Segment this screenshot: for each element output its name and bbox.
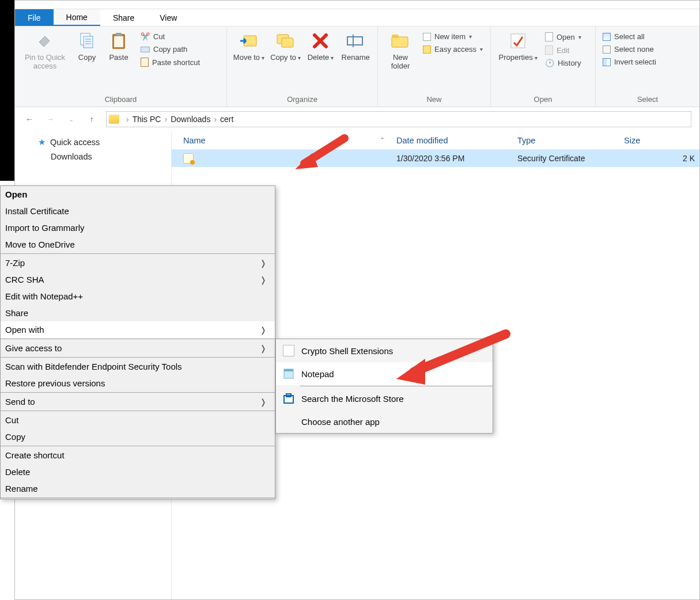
notepad-icon (283, 368, 294, 379)
copy-button[interactable]: Copy (73, 30, 101, 62)
select-all-button[interactable]: Select all (600, 32, 659, 41)
edit-icon (545, 45, 553, 55)
history-icon: 🕑 (545, 59, 554, 67)
ctx-send-to[interactable]: Send to❭ (1, 393, 275, 410)
tab-file[interactable]: File (15, 9, 54, 26)
new-folder-button[interactable]: New folder (383, 30, 418, 70)
chevron-right-icon: ❭ (260, 325, 270, 335)
new-item-icon (423, 33, 431, 41)
copy-icon (77, 31, 97, 51)
chevron-right-icon: ❭ (260, 259, 270, 268)
ctx-give-access[interactable]: Give access to❭ (1, 340, 275, 356)
svg-rect-17 (284, 369, 293, 371)
group-select-label: Select (600, 95, 695, 105)
col-name-header[interactable]: Name ⌃ (172, 136, 396, 145)
paste-button[interactable]: Paste (104, 30, 134, 62)
ribbon: Pin to Quick access Copy Paste ✂️ (15, 26, 699, 107)
col-date-header[interactable]: Date modified (396, 136, 517, 145)
cut-button[interactable]: ✂️ Cut (138, 32, 202, 41)
rename-button[interactable]: Rename (338, 30, 373, 62)
crumb-this-pc[interactable]: This PC (133, 115, 161, 124)
svg-rect-6 (114, 36, 123, 47)
history-button[interactable]: 🕑 History (543, 58, 584, 68)
col-type-header[interactable]: Type (517, 136, 624, 145)
address-bar[interactable]: › This PC › Downloads › cert (106, 111, 691, 127)
tab-share[interactable]: Share (100, 9, 147, 26)
invert-selection-icon (603, 58, 611, 66)
ctx-create-shortcut[interactable]: Create shortcut (1, 447, 275, 464)
ctx-open[interactable]: Open (1, 186, 275, 203)
sub-search-store[interactable]: Search the Microsoft Store (276, 387, 493, 410)
navbar: ← → ⌄ ↑ › This PC › Downloads › cert (15, 107, 699, 131)
ctx-bitdefender-scan[interactable]: Scan with Bitdefender Endpoint Security … (1, 358, 275, 375)
ctx-cut[interactable]: Cut (1, 412, 275, 428)
ctx-restore-versions[interactable]: Restore previous versions (1, 375, 275, 392)
folder-icon (109, 115, 119, 124)
left-black-bar (0, 0, 14, 181)
ctx-move-onedrive[interactable]: Move to OneDrive (1, 236, 275, 253)
group-clipboard: Pin to Quick access Copy Paste ✂️ (15, 26, 227, 107)
copy-path-button[interactable]: Copy path (138, 44, 202, 54)
copy-to-button[interactable]: Copy to (268, 30, 303, 62)
invert-selection-button[interactable]: Invert selecti (600, 57, 659, 67)
chevron-right-icon: ❭ (260, 344, 270, 353)
ctx-install-certificate[interactable]: Install Certificate (1, 203, 275, 219)
paste-icon (109, 31, 128, 51)
context-menu: Open Install Certificate Import to Gramm… (0, 185, 275, 499)
downloads-label: Downloads (51, 152, 92, 161)
paste-shortcut-label: Paste shortcut (152, 58, 200, 67)
forward-button[interactable]: → (44, 113, 56, 126)
recent-dropdown[interactable]: ⌄ (65, 113, 77, 126)
copy-to-icon (276, 31, 296, 51)
ctx-edit-npp[interactable]: Edit with Notepad++ (1, 288, 275, 305)
crumb-cert[interactable]: cert (220, 115, 233, 124)
new-item-label: New item (434, 32, 466, 41)
new-folder-icon (391, 31, 410, 51)
tab-view[interactable]: View (147, 9, 190, 26)
tab-home[interactable]: Home (54, 9, 100, 26)
chevron-right-icon: ❭ (260, 275, 270, 284)
pin-to-quick-access-button[interactable]: Pin to Quick access (20, 30, 70, 70)
ctx-copy[interactable]: Copy (1, 428, 275, 445)
open-button[interactable]: Open (543, 32, 584, 42)
col-size-header[interactable]: Size (624, 136, 699, 145)
move-to-button[interactable]: Move to (232, 30, 266, 62)
select-none-icon (603, 45, 611, 54)
file-icon (283, 345, 294, 356)
quick-access-label: Quick access (50, 138, 100, 147)
select-none-button[interactable]: Select none (600, 44, 659, 54)
column-headers: Name ⌃ Date modified Type Size (172, 131, 699, 150)
new-item-button[interactable]: New item (421, 32, 485, 41)
file-row-certificate[interactable]: 1/30/2020 3:56 PM Security Certificate 2… (172, 150, 699, 167)
easy-access-button[interactable]: Easy access (421, 44, 485, 54)
store-icon (283, 393, 294, 404)
delete-button[interactable]: Delete (305, 30, 336, 62)
ctx-delete[interactable]: Delete (1, 464, 275, 480)
properties-icon (508, 31, 528, 51)
svg-rect-13 (392, 37, 408, 47)
crumb-downloads[interactable]: Downloads (171, 115, 210, 124)
properties-button[interactable]: Properties (495, 30, 540, 62)
up-button[interactable]: ↑ (85, 113, 98, 126)
group-clipboard-label: Clipboard (20, 95, 222, 105)
ctx-crc-sha[interactable]: CRC SHA❭ (1, 271, 275, 288)
delete-label: Delete (308, 53, 334, 62)
quick-access-item[interactable]: ★ Quick access (15, 135, 171, 150)
group-organize: Move to Copy to Delete (227, 26, 378, 107)
ctx-7zip[interactable]: 7-Zip❭ (1, 255, 275, 271)
ctx-open-with[interactable]: Open with❭ (1, 321, 275, 338)
pin-icon (35, 31, 55, 51)
shortcut-icon (141, 58, 149, 67)
ctx-rename[interactable]: Rename (1, 480, 275, 497)
sub-choose-app[interactable]: Choose another app (276, 410, 493, 433)
back-button[interactable]: ← (23, 113, 36, 126)
move-to-icon (239, 31, 259, 51)
ctx-share[interactable]: Share (1, 305, 275, 321)
select-none-label: Select none (614, 45, 654, 54)
paste-shortcut-button[interactable]: Paste shortcut (138, 57, 202, 67)
paste-label: Paste (109, 53, 128, 62)
ctx-import-grammarly[interactable]: Import to Grammarly (1, 219, 275, 236)
downloads-item[interactable]: Downloads (15, 150, 171, 164)
svg-rect-10 (282, 38, 293, 47)
edit-button[interactable]: Edit (543, 45, 584, 55)
